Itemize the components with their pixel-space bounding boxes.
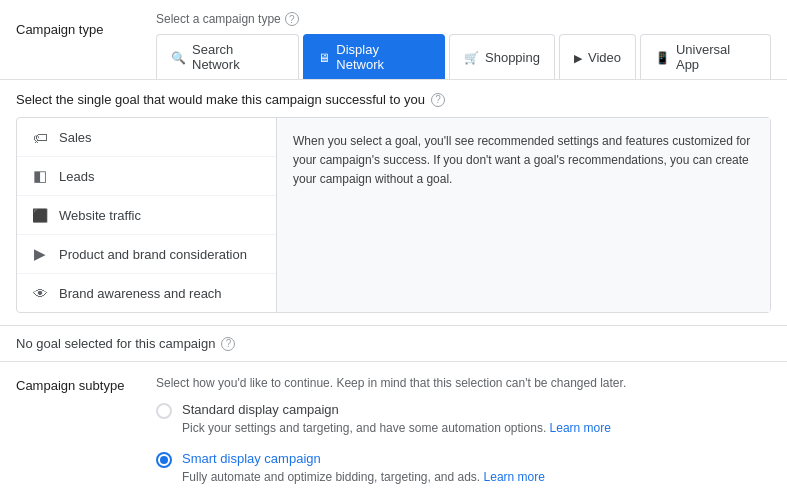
tab-search-label: Search Network (192, 42, 284, 72)
goal-section: Select the single goal that would make t… (0, 80, 787, 326)
radio-option-smart: Smart display campaign Fully automate an… (156, 451, 771, 486)
goal-item-product-brand[interactable]: ▶ Product and brand consideration (17, 235, 276, 274)
goal-item-sales[interactable]: 🏷 Sales (17, 118, 276, 157)
tab-shopping[interactable]: Shopping (449, 34, 555, 79)
goal-leads-label: Leads (59, 169, 94, 184)
app-icon (655, 50, 670, 65)
select-campaign-type-text: Select a campaign type (156, 12, 281, 26)
goal-content: 🏷 Sales ◧ Leads ⬛ Website traffic ▶ Prod… (16, 117, 771, 313)
goal-website-traffic-label: Website traffic (59, 208, 141, 223)
tab-display[interactable]: Display Network (303, 34, 445, 79)
no-goal-text: No goal selected for this campaign (16, 336, 215, 351)
goal-help-icon[interactable]: ? (431, 93, 445, 107)
goal-title-text: Select the single goal that would make t… (16, 92, 425, 107)
radio-standard-subtitle: Pick your settings and targeting, and ha… (182, 419, 771, 437)
goal-list: 🏷 Sales ◧ Leads ⬛ Website traffic ▶ Prod… (17, 118, 277, 312)
radio-smart-subtitle: Fully automate and optimize bidding, tar… (182, 468, 771, 486)
tab-app-label: Universal App (676, 42, 756, 72)
subtype-description: Select how you'd like to continue. Keep … (156, 376, 771, 390)
tab-video-label: Video (588, 50, 621, 65)
radio-standard-text: Standard display campaign Pick your sett… (182, 402, 771, 437)
goal-item-brand-awareness[interactable]: 👁 Brand awareness and reach (17, 274, 276, 312)
subtype-section: Campaign subtype Select how you'd like t… (0, 362, 787, 500)
campaign-type-content: Select a campaign type ? Search Network … (156, 12, 771, 79)
shopping-icon (464, 50, 479, 65)
page-container: Campaign type Select a campaign type ? S… (0, 0, 787, 500)
subtype-options: Select how you'd like to continue. Keep … (156, 376, 771, 500)
display-icon (318, 50, 330, 65)
network-tabs: Search Network Display Network Shopping … (156, 34, 771, 79)
radio-standard-title[interactable]: Standard display campaign (182, 402, 771, 417)
goal-brand-awareness-label: Brand awareness and reach (59, 286, 222, 301)
no-goal-help-icon[interactable]: ? (221, 337, 235, 351)
goal-section-title: Select the single goal that would make t… (16, 92, 771, 107)
radio-smart-text: Smart display campaign Fully automate an… (182, 451, 771, 486)
tab-shopping-label: Shopping (485, 50, 540, 65)
tab-search[interactable]: Search Network (156, 34, 299, 79)
radio-standard-subtitle-text: Pick your settings and targeting, and ha… (182, 421, 546, 435)
goal-product-brand-label: Product and brand consideration (59, 247, 247, 262)
goal-item-leads[interactable]: ◧ Leads (17, 157, 276, 196)
sales-icon: 🏷 (31, 128, 49, 146)
radio-smart-title[interactable]: Smart display campaign (182, 451, 771, 466)
standard-learn-more[interactable]: Learn more (550, 421, 611, 435)
radio-smart[interactable] (156, 452, 172, 468)
product-brand-icon: ▶ (31, 245, 49, 263)
radio-smart-subtitle-text: Fully automate and optimize bidding, tar… (182, 470, 480, 484)
goal-item-website-traffic[interactable]: ⬛ Website traffic (17, 196, 276, 235)
video-icon (574, 50, 582, 65)
subtype-label: Campaign subtype (16, 376, 156, 393)
goal-description: When you select a goal, you'll see recom… (277, 118, 770, 312)
goal-sales-label: Sales (59, 130, 92, 145)
search-icon (171, 50, 186, 65)
leads-icon: ◧ (31, 167, 49, 185)
tab-universalapp[interactable]: Universal App (640, 34, 771, 79)
website-traffic-icon: ⬛ (31, 206, 49, 224)
help-icon[interactable]: ? (285, 12, 299, 26)
tab-display-label: Display Network (336, 42, 430, 72)
radio-option-standard: Standard display campaign Pick your sett… (156, 402, 771, 437)
select-campaign-type: Select a campaign type ? (156, 12, 771, 26)
no-goal-bar: No goal selected for this campaign ? (0, 326, 787, 362)
smart-learn-more[interactable]: Learn more (484, 470, 545, 484)
brand-awareness-icon: 👁 (31, 284, 49, 302)
radio-standard[interactable] (156, 403, 172, 419)
subtype-row: Campaign subtype Select how you'd like t… (16, 376, 771, 500)
tab-video[interactable]: Video (559, 34, 636, 79)
campaign-type-label: Campaign type (16, 12, 156, 37)
campaign-type-row: Campaign type Select a campaign type ? S… (0, 0, 787, 80)
